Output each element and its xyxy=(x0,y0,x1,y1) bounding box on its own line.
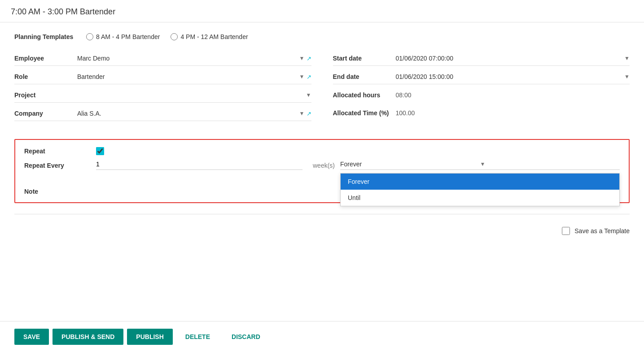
forever-select-container: Forever ▼ Forever Until xyxy=(340,161,620,170)
dropdown-option-forever[interactable]: Forever xyxy=(341,174,619,190)
company-label: Company xyxy=(14,110,77,117)
project-dropdown-arrow[interactable]: ▼ xyxy=(306,92,311,98)
planning-template-option-1[interactable]: 8 AM - 4 PM Bartender xyxy=(86,33,160,40)
company-dropdown-arrow[interactable]: ▼ xyxy=(299,110,305,117)
repeat-row: Repeat xyxy=(24,147,620,155)
role-dropdown-arrow[interactable]: ▼ xyxy=(299,74,305,80)
right-column: Start date 01/06/2020 07:00:00 ▼ End dat… xyxy=(333,55,630,128)
forever-dropdown-options: Forever Until xyxy=(340,173,620,206)
start-date-value-wrapper: 01/06/2020 07:00:00 ▼ xyxy=(396,55,630,62)
delete-button[interactable]: DELETE xyxy=(176,329,219,345)
action-bar: SAVE PUBLISH & SEND PUBLISH DELETE DISCA… xyxy=(0,321,644,352)
project-label: Project xyxy=(14,91,77,99)
end-date-dropdown-arrow[interactable]: ▼ xyxy=(624,74,630,80)
discard-button[interactable]: DISCARD xyxy=(223,329,269,345)
planning-templates-options: 8 AM - 4 PM Bartender 4 PM - 12 AM Barte… xyxy=(86,33,248,40)
start-date-label: Start date xyxy=(333,55,396,62)
company-field: Company Alia S.A. ▼ ↗ xyxy=(14,110,311,121)
forever-selected-label: Forever xyxy=(340,161,480,168)
forever-dropdown-arrow[interactable]: ▼ xyxy=(480,161,620,167)
repeat-section: Repeat Repeat Every week(s) Forever ▼ Fo… xyxy=(14,139,630,203)
role-label: Role xyxy=(14,73,77,80)
company-value: Alia S.A. xyxy=(77,110,298,117)
start-date-value: 01/06/2020 07:00:00 xyxy=(396,55,623,62)
planning-template-option-2[interactable]: 4 PM - 12 AM Bartender xyxy=(171,33,248,40)
company-value-wrapper: Alia S.A. ▼ ↗ xyxy=(77,110,311,117)
end-date-field: End date 01/06/2020 15:00:00 ▼ xyxy=(333,73,630,84)
repeat-every-row: Repeat Every week(s) Forever ▼ Forever U… xyxy=(24,161,620,170)
allocated-time-label: Allocated Time (%) xyxy=(333,109,396,117)
left-column: Employee Marc Demo ▼ ↗ Role Bartend xyxy=(14,55,311,128)
project-field: Project ▼ xyxy=(14,91,311,103)
company-external-link-icon[interactable]: ↗ xyxy=(307,110,311,117)
planning-template-label-2: 4 PM - 12 AM Bartender xyxy=(180,33,248,40)
role-value: Bartender xyxy=(77,73,298,80)
role-external-link-icon[interactable]: ↗ xyxy=(307,74,311,80)
save-button[interactable]: SAVE xyxy=(14,329,49,345)
end-date-value-wrapper: 01/06/2020 15:00:00 ▼ xyxy=(396,73,630,80)
planning-templates-label: Planning Templates xyxy=(14,33,86,40)
planning-templates-row: Planning Templates 8 AM - 4 PM Bartender… xyxy=(14,33,630,40)
employee-value: Marc Demo xyxy=(77,55,298,62)
save-template-checkbox[interactable] xyxy=(562,227,570,235)
allocated-hours-label: Allocated hours xyxy=(333,91,396,99)
save-template-row: Save as a Template xyxy=(14,223,630,242)
repeat-every-input[interactable] xyxy=(96,161,302,170)
project-value-wrapper: ▼ xyxy=(77,92,311,98)
repeat-label: Repeat xyxy=(24,148,96,155)
allocated-hours-value: 08:00 xyxy=(396,91,412,99)
allocated-time-field: Allocated Time (%) 100.00 xyxy=(333,109,630,120)
weeks-label: week(s) xyxy=(308,162,335,169)
allocated-hours-field: Allocated hours 08:00 xyxy=(333,91,630,102)
publish-button[interactable]: PUBLISH xyxy=(127,329,172,345)
employee-external-link-icon[interactable]: ↗ xyxy=(307,55,311,62)
employee-value-wrapper: Marc Demo ▼ ↗ xyxy=(77,55,311,62)
divider xyxy=(14,214,630,214)
planning-template-radio-1[interactable] xyxy=(86,33,93,40)
planning-template-radio-2[interactable] xyxy=(171,33,178,40)
employee-dropdown-arrow[interactable]: ▼ xyxy=(299,55,305,61)
employee-field: Employee Marc Demo ▼ ↗ xyxy=(14,55,311,66)
dropdown-option-until[interactable]: Until xyxy=(341,190,619,206)
allocated-time-value: 100.00 xyxy=(396,109,415,117)
page-title: 7:00 AM - 3:00 PM Bartender xyxy=(0,0,644,22)
forever-select-display[interactable]: Forever ▼ xyxy=(340,161,620,170)
end-date-value: 01/06/2020 15:00:00 xyxy=(396,73,623,80)
start-date-dropdown-arrow[interactable]: ▼ xyxy=(624,55,630,61)
employee-label: Employee xyxy=(14,55,77,62)
role-value-wrapper: Bartender ▼ ↗ xyxy=(77,73,311,80)
repeat-every-label: Repeat Every xyxy=(24,162,96,169)
planning-template-label-1: 8 AM - 4 PM Bartender xyxy=(96,33,160,40)
start-date-field: Start date 01/06/2020 07:00:00 ▼ xyxy=(333,55,630,66)
role-field: Role Bartender ▼ ↗ xyxy=(14,73,311,84)
form-grid: Employee Marc Demo ▼ ↗ Role Bartend xyxy=(14,55,630,128)
repeat-checkbox[interactable] xyxy=(96,147,104,155)
publish-send-button[interactable]: PUBLISH & SEND xyxy=(53,329,123,345)
note-label: Note xyxy=(24,188,38,195)
save-template-label: Save as a Template xyxy=(574,227,630,235)
end-date-label: End date xyxy=(333,73,396,80)
